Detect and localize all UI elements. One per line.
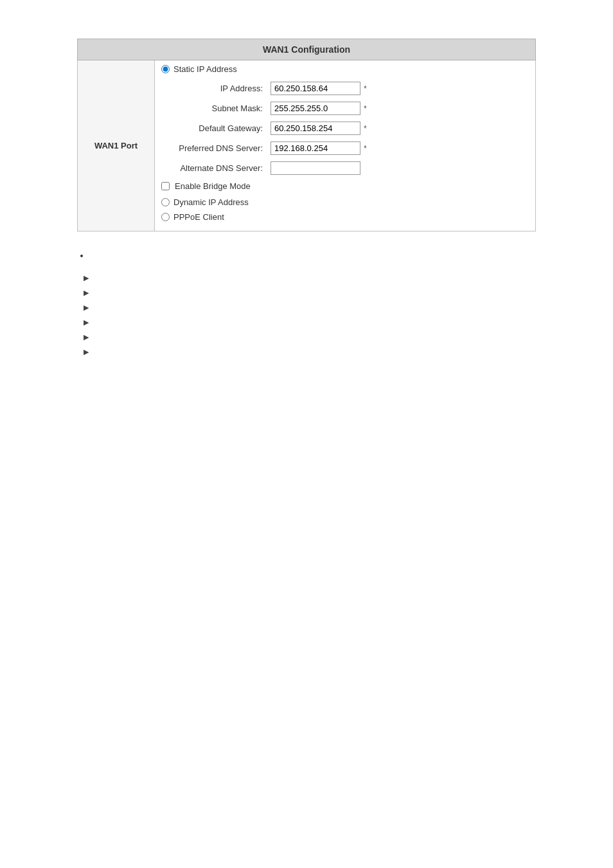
alternate-dns-input[interactable]: [271, 161, 360, 175]
alternate-dns-row: Alternate DNS Server:: [161, 161, 529, 175]
subnet-mask-asterisk: *: [364, 104, 367, 113]
default-gateway-row: Default Gateway: *: [161, 122, 529, 135]
arrow-item-3: [84, 303, 536, 312]
default-gateway-input[interactable]: [271, 122, 360, 135]
bullet-section: [77, 251, 536, 260]
static-ip-radio[interactable]: [161, 65, 170, 73]
static-ip-label: Static IP Address: [173, 64, 237, 74]
static-ip-radio-row: Static IP Address: [161, 64, 529, 74]
default-gateway-asterisk: *: [364, 124, 367, 133]
bridge-mode-checkbox[interactable]: [161, 182, 170, 190]
ip-address-input[interactable]: [271, 82, 360, 95]
subnet-mask-label: Subnet Mask:: [161, 104, 271, 113]
bridge-mode-row: Enable Bridge Mode: [161, 181, 529, 191]
ip-address-label: IP Address:: [161, 84, 271, 93]
preferred-dns-asterisk: *: [364, 144, 367, 153]
arrow-list: [77, 273, 536, 357]
config-content: Static IP Address IP Address: * Subnet M…: [155, 60, 536, 231]
pppoe-radio-row: PPPoE Client: [161, 212, 529, 222]
arrow-item-1: [84, 273, 536, 283]
wan-config-table: WAN1 Configuration WAN1 Port Static IP A…: [77, 39, 536, 231]
dynamic-ip-label: Dynamic IP Address: [173, 197, 249, 207]
pppoe-label: PPPoE Client: [173, 212, 224, 222]
arrow-item-2: [84, 288, 536, 298]
arrow-item-6: [84, 347, 536, 357]
alternate-dns-label: Alternate DNS Server:: [161, 163, 271, 173]
arrow-item-4: [84, 318, 536, 327]
dynamic-ip-radio[interactable]: [161, 198, 170, 206]
preferred-dns-row: Preferred DNS Server: *: [161, 141, 529, 155]
preferred-dns-input[interactable]: [271, 141, 360, 155]
bridge-mode-label: Enable Bridge Mode: [175, 181, 251, 191]
table-title: WAN1 Configuration: [78, 39, 536, 60]
ip-address-row: IP Address: *: [161, 82, 529, 95]
wan-port-label: WAN1 Port: [78, 60, 155, 231]
subnet-mask-input[interactable]: [271, 102, 360, 115]
ip-address-asterisk: *: [364, 84, 367, 93]
subnet-mask-row: Subnet Mask: *: [161, 102, 529, 115]
default-gateway-label: Default Gateway:: [161, 123, 271, 133]
preferred-dns-label: Preferred DNS Server:: [161, 143, 271, 153]
bullet-item: [90, 251, 536, 260]
arrow-item-5: [84, 332, 536, 342]
pppoe-radio[interactable]: [161, 213, 170, 221]
dynamic-ip-radio-row: Dynamic IP Address: [161, 197, 529, 207]
